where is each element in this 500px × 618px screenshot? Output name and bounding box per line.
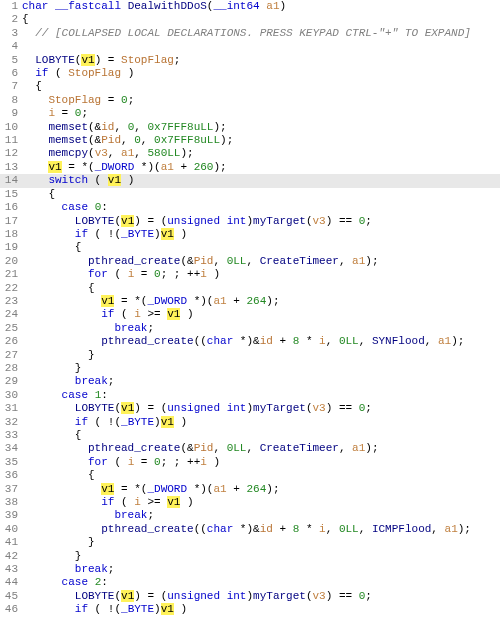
line-number: 19 bbox=[0, 241, 22, 254]
code-line: 17 LOBYTE(v1) = (unsigned int)myTarget(v… bbox=[0, 215, 500, 228]
line-number: 5 bbox=[0, 54, 22, 67]
line-number: 25 bbox=[0, 322, 22, 335]
code-line: 18 if ( !(_BYTE)v1 ) bbox=[0, 228, 500, 241]
code-line: 13 v1 = *(_DWORD *)(a1 + 260); bbox=[0, 161, 500, 174]
line-number: 21 bbox=[0, 268, 22, 281]
code-line: 33 { bbox=[0, 429, 500, 442]
line-number: 32 bbox=[0, 416, 22, 429]
code-line: 19 { bbox=[0, 241, 500, 254]
code-line: 27 } bbox=[0, 349, 500, 362]
code-line: 7 { bbox=[0, 80, 500, 93]
code-line: 23 v1 = *(_DWORD *)(a1 + 264); bbox=[0, 295, 500, 308]
code-line: 24 if ( i >= v1 ) bbox=[0, 308, 500, 321]
line-number: 37 bbox=[0, 483, 22, 496]
line-number: 36 bbox=[0, 469, 22, 482]
line-number: 1 bbox=[0, 0, 22, 13]
line-number: 8 bbox=[0, 94, 22, 107]
code-editor: 1char __fastcall DealwithDDoS(__int64 a1… bbox=[0, 0, 500, 617]
line-number: 20 bbox=[0, 255, 22, 268]
line-number: 23 bbox=[0, 295, 22, 308]
line-number: 44 bbox=[0, 576, 22, 589]
code-line: 20 pthread_create(&Pid, 0LL, CreateTimee… bbox=[0, 255, 500, 268]
code-line: 40 pthread_create((char *)&id + 8 * i, 0… bbox=[0, 523, 500, 536]
line-number: 39 bbox=[0, 509, 22, 522]
code-line: 1char __fastcall DealwithDDoS(__int64 a1… bbox=[0, 0, 500, 13]
code-line: 42 } bbox=[0, 550, 500, 563]
code-line: 43 break; bbox=[0, 563, 500, 576]
code-line: 41 } bbox=[0, 536, 500, 549]
line-number: 2 bbox=[0, 13, 22, 26]
line-number: 13 bbox=[0, 161, 22, 174]
code-line: 22 { bbox=[0, 282, 500, 295]
line-number: 30 bbox=[0, 389, 22, 402]
line-number: 11 bbox=[0, 134, 22, 147]
line-number: 38 bbox=[0, 496, 22, 509]
line-number: 42 bbox=[0, 550, 22, 563]
code-line: 36 { bbox=[0, 469, 500, 482]
line-number: 6 bbox=[0, 67, 22, 80]
code-line-selected: 14 switch ( v1 ) bbox=[0, 174, 500, 187]
code-line: 16 case 0: bbox=[0, 201, 500, 214]
code-line: 11 memset(&Pid, 0, 0x7FFF8uLL); bbox=[0, 134, 500, 147]
line-number: 4 bbox=[0, 40, 22, 53]
code-line: 26 pthread_create((char *)&id + 8 * i, 0… bbox=[0, 335, 500, 348]
line-number: 28 bbox=[0, 362, 22, 375]
code-line: 3 // [COLLAPSED LOCAL DECLARATIONS. PRES… bbox=[0, 27, 500, 40]
code-line: 29 break; bbox=[0, 375, 500, 388]
code-line: 2{ bbox=[0, 13, 500, 26]
code-line: 34 pthread_create(&Pid, 0LL, CreateTimee… bbox=[0, 442, 500, 455]
line-number: 18 bbox=[0, 228, 22, 241]
line-number: 10 bbox=[0, 121, 22, 134]
code-line: 25 break; bbox=[0, 322, 500, 335]
code-line: 44 case 2: bbox=[0, 576, 500, 589]
line-number: 14 bbox=[0, 174, 22, 187]
line-number: 17 bbox=[0, 215, 22, 228]
code-line: 21 for ( i = 0; ; ++i ) bbox=[0, 268, 500, 281]
line-number: 16 bbox=[0, 201, 22, 214]
code-line: 46 if ( !(_BYTE)v1 ) bbox=[0, 603, 500, 616]
code-line: 37 v1 = *(_DWORD *)(a1 + 264); bbox=[0, 483, 500, 496]
line-number: 31 bbox=[0, 402, 22, 415]
code-line: 12 memcpy(v3, a1, 580LL); bbox=[0, 147, 500, 160]
code-line: 9 i = 0; bbox=[0, 107, 500, 120]
line-number: 15 bbox=[0, 188, 22, 201]
line-number: 12 bbox=[0, 147, 22, 160]
line-number: 24 bbox=[0, 308, 22, 321]
code-line: 31 LOBYTE(v1) = (unsigned int)myTarget(v… bbox=[0, 402, 500, 415]
code-line: 30 case 1: bbox=[0, 389, 500, 402]
line-number: 3 bbox=[0, 27, 22, 40]
line-number: 26 bbox=[0, 335, 22, 348]
code-line: 28 } bbox=[0, 362, 500, 375]
line-number: 45 bbox=[0, 590, 22, 603]
code-line: 39 break; bbox=[0, 509, 500, 522]
line-number: 35 bbox=[0, 456, 22, 469]
line-number: 43 bbox=[0, 563, 22, 576]
code-line: 15 { bbox=[0, 188, 500, 201]
line-number: 27 bbox=[0, 349, 22, 362]
line-number: 46 bbox=[0, 603, 22, 616]
line-number: 34 bbox=[0, 442, 22, 455]
code-line: 45 LOBYTE(v1) = (unsigned int)myTarget(v… bbox=[0, 590, 500, 603]
code-line: 5 LOBYTE(v1) = StopFlag; bbox=[0, 54, 500, 67]
code-line: 6 if ( StopFlag ) bbox=[0, 67, 500, 80]
code-line: 4 bbox=[0, 40, 500, 53]
code-line: 32 if ( !(_BYTE)v1 ) bbox=[0, 416, 500, 429]
line-number: 33 bbox=[0, 429, 22, 442]
line-number: 22 bbox=[0, 282, 22, 295]
code-line: 38 if ( i >= v1 ) bbox=[0, 496, 500, 509]
line-number: 40 bbox=[0, 523, 22, 536]
code-line: 10 memset(&id, 0, 0x7FFF8uLL); bbox=[0, 121, 500, 134]
line-number: 9 bbox=[0, 107, 22, 120]
line-number: 41 bbox=[0, 536, 22, 549]
code-line: 8 StopFlag = 0; bbox=[0, 94, 500, 107]
line-number: 29 bbox=[0, 375, 22, 388]
code-line: 35 for ( i = 0; ; ++i ) bbox=[0, 456, 500, 469]
line-number: 7 bbox=[0, 80, 22, 93]
